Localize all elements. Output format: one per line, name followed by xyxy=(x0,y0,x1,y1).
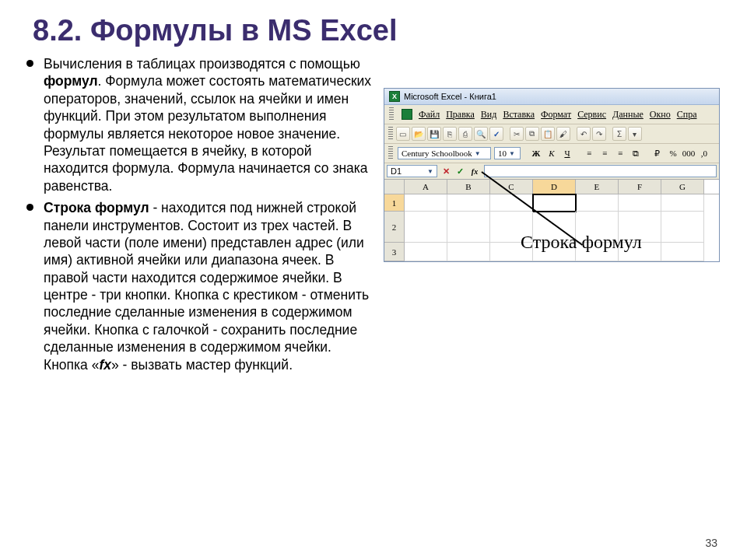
formula-bar-buttons: ✕ ✓ fx xyxy=(440,163,482,179)
bullet-item: Строка формул - находится под нижней стр… xyxy=(22,199,379,373)
format-painter-icon[interactable]: 🖌 xyxy=(556,127,570,141)
cell[interactable] xyxy=(661,243,704,261)
cell[interactable] xyxy=(447,212,490,243)
menu-bar: Файл Правка Вид Вставка Формат Сервис Да… xyxy=(384,105,719,124)
percent-icon[interactable]: % xyxy=(667,147,679,159)
window-titlebar: X Microsoft Excel - Книга1 xyxy=(384,89,719,105)
screenshot-column: X Microsoft Excel - Книга1 Файл Правка В… xyxy=(384,55,725,378)
bullet-list: Вычисления в таблицах производятся с пом… xyxy=(22,55,379,373)
active-cell[interactable] xyxy=(533,194,576,212)
cancel-icon[interactable]: ✕ xyxy=(440,165,453,177)
column-header[interactable]: D xyxy=(533,180,576,194)
menu-edit[interactable]: Правка xyxy=(446,109,475,121)
merge-cells-icon[interactable]: ⧉ xyxy=(630,147,642,159)
spreadsheet-grid: A B C D E F G 1 xyxy=(384,180,719,261)
chevron-down-icon: ▼ xyxy=(427,168,433,175)
formula-input[interactable] xyxy=(484,165,717,177)
column-header-row: A B C D E F G xyxy=(384,180,719,194)
menu-tools[interactable]: Сервис xyxy=(577,109,606,121)
font-name-value: Century Schoolbook xyxy=(402,149,472,158)
cell[interactable] xyxy=(405,212,447,243)
excel-window: X Microsoft Excel - Книга1 Файл Правка В… xyxy=(384,88,720,262)
cell[interactable] xyxy=(447,243,490,261)
menu-format[interactable]: Формат xyxy=(541,109,571,121)
cut-icon[interactable]: ✂ xyxy=(510,127,524,141)
text-column: Вычисления в таблицах производятся с пом… xyxy=(22,55,379,378)
toolbar-grip-icon xyxy=(388,146,393,160)
font-name-dropdown[interactable]: Century Schoolbook ▼ xyxy=(398,147,491,159)
standard-toolbar: ▭ 📂 💾 ⎘ ⎙ 🔍 ✓ ✂ ⧉ 📋 🖌 ↶ ↷ Σ xyxy=(384,124,719,144)
font-size-value: 10 xyxy=(498,149,507,158)
cell[interactable] xyxy=(661,194,704,212)
name-box[interactable]: D1 ▼ xyxy=(387,165,437,177)
autosum-icon[interactable]: Σ xyxy=(612,127,626,141)
open-file-icon[interactable]: 📂 xyxy=(412,127,426,141)
dropdown-icon[interactable]: ▾ xyxy=(628,127,642,141)
redo-icon[interactable]: ↷ xyxy=(592,127,606,141)
bullet-item: Вычисления в таблицах производятся с пом… xyxy=(22,55,379,194)
chevron-down-icon: ▼ xyxy=(475,150,481,157)
spellcheck-icon[interactable]: ✓ xyxy=(489,127,503,141)
copy-icon[interactable]: ⧉ xyxy=(525,127,539,141)
document-icon xyxy=(402,109,412,120)
cell[interactable] xyxy=(619,194,661,212)
column-header[interactable]: A xyxy=(405,180,447,194)
menu-data[interactable]: Данные xyxy=(612,109,644,121)
row-header[interactable]: 2 xyxy=(384,212,405,243)
menu-window[interactable]: Окно xyxy=(650,109,671,121)
grid-row: 2 Строка формул xyxy=(384,212,719,243)
paste-icon[interactable]: 📋 xyxy=(541,127,555,141)
font-size-dropdown[interactable]: 10 ▼ xyxy=(494,147,521,159)
italic-button[interactable]: К xyxy=(545,147,558,159)
cell[interactable] xyxy=(405,194,447,212)
align-right-icon[interactable]: ≡ xyxy=(614,147,626,159)
menu-view[interactable]: Вид xyxy=(481,109,497,121)
row-header[interactable]: 1 xyxy=(384,194,405,212)
cell[interactable] xyxy=(405,243,447,261)
grid-row: 1 xyxy=(384,194,719,212)
cell[interactable] xyxy=(576,194,619,212)
increase-decimal-icon[interactable]: ,0 xyxy=(698,147,710,159)
excel-app-icon: X xyxy=(389,91,400,102)
row-header[interactable]: 3 xyxy=(384,243,405,261)
chevron-down-icon: ▼ xyxy=(509,150,515,157)
thousands-icon[interactable]: 000 xyxy=(682,147,695,159)
align-left-icon[interactable]: ≡ xyxy=(583,147,595,159)
column-header[interactable]: G xyxy=(661,180,704,194)
cell[interactable] xyxy=(447,194,490,212)
menu-help[interactable]: Спра xyxy=(677,109,697,121)
align-center-icon[interactable]: ≡ xyxy=(598,147,611,159)
save-icon[interactable]: 💾 xyxy=(427,127,441,141)
new-file-icon[interactable]: ▭ xyxy=(396,127,410,141)
bold-button[interactable]: Ж xyxy=(530,147,542,159)
formula-bar: D1 ▼ ✕ ✓ fx xyxy=(384,163,719,180)
column-header[interactable]: B xyxy=(447,180,490,194)
undo-icon[interactable]: ↶ xyxy=(577,127,591,141)
column-header[interactable]: F xyxy=(619,180,661,194)
currency-icon[interactable]: ₽ xyxy=(651,147,664,159)
column-header[interactable]: E xyxy=(576,180,619,194)
permissions-icon[interactable]: ⎘ xyxy=(443,127,457,141)
annotation-label: Строка формул xyxy=(521,232,642,253)
slide-title: 8.2. Формулы в MS Excel xyxy=(33,14,725,47)
page-number: 33 xyxy=(705,537,717,549)
menu-insert[interactable]: Вставка xyxy=(503,109,535,121)
toolbar-grip-icon xyxy=(389,107,394,121)
fx-button[interactable]: fx xyxy=(468,165,481,177)
print-icon[interactable]: ⎙ xyxy=(458,127,472,141)
preview-icon[interactable]: 🔍 xyxy=(474,127,488,141)
menu-file[interactable]: Файл xyxy=(419,109,440,121)
toolbar-grip-icon xyxy=(388,127,393,141)
cell[interactable] xyxy=(661,212,704,243)
checkmark-icon[interactable]: ✓ xyxy=(454,165,467,177)
name-box-value: D1 xyxy=(391,166,402,176)
select-all-corner[interactable] xyxy=(384,180,405,194)
underline-button[interactable]: Ч xyxy=(561,147,573,159)
formatting-toolbar: Century Schoolbook ▼ 10 ▼ Ж К Ч ≡ ≡ ≡ ⧉ xyxy=(384,144,719,163)
window-title-text: Microsoft Excel - Книга1 xyxy=(404,92,496,101)
